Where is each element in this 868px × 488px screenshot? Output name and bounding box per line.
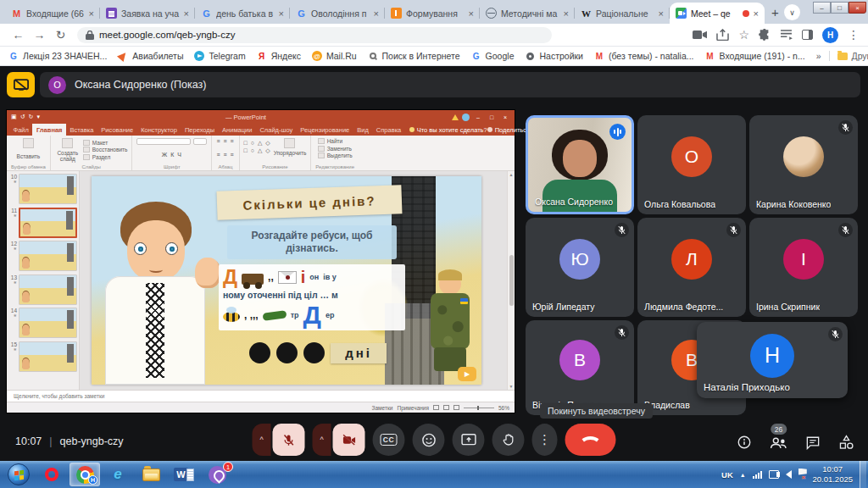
bookmark-gmail-inbox[interactable]: MВходящие (191) - n... xyxy=(705,51,805,61)
side-panel-icon[interactable] xyxy=(802,30,813,40)
close-tab-icon[interactable]: × xyxy=(279,8,284,19)
tile-olha-kovalova[interactable]: О Ольга Ковальова xyxy=(637,115,746,214)
qat-caret-icon[interactable]: ▾ xyxy=(36,114,40,120)
scroll-down-icon[interactable]: ▼ xyxy=(509,384,514,389)
tab-google-search-1[interactable]: Gдень батька в× xyxy=(195,3,290,24)
tab-orange-app[interactable]: Формування× xyxy=(385,3,480,24)
taskbar-viber[interactable]: 1 xyxy=(202,463,232,486)
forward-icon[interactable]: → xyxy=(30,28,49,42)
slide-thumbnail-13[interactable]: 13★ xyxy=(8,274,77,305)
new-slide-icon[interactable] xyxy=(62,138,73,148)
raise-hand-button[interactable] xyxy=(492,424,525,456)
tab-meet-active[interactable]: Meet – qe× xyxy=(670,3,765,24)
tile-oksana-sydorenko[interactable]: Оксана Сидоренко xyxy=(526,115,634,214)
tile-iryna-skrypnyk[interactable]: І Ірина Скрипник xyxy=(749,218,858,317)
ribbon-tab-slideshow[interactable]: Слайд-шоу xyxy=(256,124,297,136)
paste-icon[interactable] xyxy=(23,138,34,148)
back-icon[interactable]: ← xyxy=(8,28,28,42)
camera-options-chevron[interactable]: ^ xyxy=(313,424,331,456)
ribbon-tab-home[interactable]: Главная xyxy=(32,124,66,136)
maximize-button[interactable]: □ xyxy=(831,2,849,14)
taskbar-opera[interactable] xyxy=(36,463,67,486)
bookmark-telegram[interactable]: Telegram xyxy=(194,51,245,61)
taskbar-file-explorer[interactable] xyxy=(136,463,166,486)
notes-toggle[interactable]: Заметки xyxy=(372,405,393,411)
taskbar-chrome-active[interactable]: H xyxy=(70,463,100,486)
language-indicator[interactable]: UK xyxy=(721,470,733,480)
close-tab-icon[interactable]: × xyxy=(469,8,474,19)
normal-view-icon[interactable] xyxy=(433,405,439,410)
start-button[interactable] xyxy=(3,463,34,486)
account-avatar[interactable] xyxy=(462,114,470,121)
bookmark-google[interactable]: GGoogle xyxy=(471,51,515,61)
tile-viktoriia-potseluie[interactable]: В Вікторія Поцелує... xyxy=(526,320,634,415)
omnibox[interactable]: meet.google.com/qeb-yngb-czy xyxy=(77,27,552,43)
bookmarks-overflow-icon[interactable]: » xyxy=(816,51,821,61)
bookmark-search[interactable]: Поиск в Интернете xyxy=(368,51,460,61)
tab-methodical[interactable]: Методичні ма× xyxy=(480,3,575,24)
meeting-details-button[interactable] xyxy=(737,435,752,450)
volume-icon[interactable] xyxy=(786,470,792,479)
other-bookmarks-button[interactable]: Другие закладки xyxy=(837,51,868,61)
close-tab-icon[interactable]: × xyxy=(564,8,569,19)
presentation-control-button[interactable] xyxy=(7,72,35,97)
new-tab-button[interactable]: + xyxy=(771,5,779,19)
zoom-slider[interactable] xyxy=(464,408,494,408)
more-options-button[interactable]: ⋮ xyxy=(532,424,558,456)
ribbon-tab-design[interactable]: Конструктор xyxy=(137,124,181,136)
ribbon-tab-transitions[interactable]: Переходы xyxy=(181,124,218,136)
scroll-up-icon[interactable]: ▲ xyxy=(509,172,514,177)
slide-scrollbar[interactable]: ▲ ▼ xyxy=(507,171,515,390)
bookmark-avia[interactable]: Авиабилеты xyxy=(118,51,183,61)
extensions-icon[interactable] xyxy=(759,29,771,41)
taskbar-clock[interactable]: 10:0720.01.2025 xyxy=(812,464,853,485)
font-format-buttons[interactable]: Ж К Ч xyxy=(162,152,182,158)
action-center-flag-icon[interactable]: × xyxy=(798,469,806,481)
reading-list-icon[interactable] xyxy=(780,30,793,40)
find-button[interactable]: Найти xyxy=(318,138,343,144)
undo-icon[interactable]: ↺ xyxy=(20,114,25,120)
close-tab-icon[interactable]: × xyxy=(184,8,189,19)
tab-search-chevron[interactable]: ∨ xyxy=(784,4,800,20)
list-buttons[interactable]: ≡ ≡ ≡ xyxy=(216,152,234,158)
participants-button[interactable]: 26 xyxy=(770,435,787,450)
tell-me-box[interactable]: Что вы хотите сделать? xyxy=(409,126,487,134)
signal-icon[interactable] xyxy=(753,471,762,479)
comments-toggle[interactable]: Примечания xyxy=(397,405,429,411)
reset-button[interactable]: Восстановить xyxy=(83,147,128,152)
close-tab-icon[interactable]: × xyxy=(754,8,759,19)
ppt-maximize-button[interactable]: □ xyxy=(487,114,497,120)
ppt-close-button[interactable]: × xyxy=(500,114,510,120)
section-button[interactable]: Раздел xyxy=(83,154,110,160)
tile-karyna-kokovenko[interactable]: Карина Коковенко xyxy=(749,115,858,214)
slide-thumbnail-12[interactable]: 12★ xyxy=(8,241,77,271)
taskbar-word[interactable]: W xyxy=(169,463,199,486)
tab-gmail[interactable]: MВходящие (66× xyxy=(5,3,100,24)
layout-button[interactable]: Макет xyxy=(83,140,108,146)
slide-thumbnail-11-selected[interactable]: 11★ xyxy=(8,208,77,238)
slide-thumbnail-14[interactable]: 14★ xyxy=(8,308,77,338)
close-tab-icon[interactable]: × xyxy=(89,8,94,19)
reactions-button[interactable] xyxy=(413,424,445,456)
ribbon-tab-view[interactable]: Вид xyxy=(353,124,373,136)
save-icon[interactable]: ▣ xyxy=(11,114,17,120)
ribbon-tab-draw[interactable]: Рисование xyxy=(97,124,137,136)
bookmark-gmail-draft[interactable]: M(без темы) - natalia... xyxy=(594,51,694,61)
captions-button[interactable]: CC xyxy=(373,424,405,456)
chat-button[interactable] xyxy=(805,435,821,450)
redo-icon[interactable]: ↻ xyxy=(29,114,34,120)
tile-nataliia-prykhodko-overlay[interactable]: Н Наталія Приходько xyxy=(697,322,848,398)
taskbar-internet-explorer[interactable]: e xyxy=(103,463,133,486)
browser-menu-icon[interactable]: ⋮ xyxy=(848,28,860,42)
minimize-button[interactable]: – xyxy=(813,2,831,14)
profile-avatar[interactable]: H xyxy=(822,27,838,43)
shapes-gallery[interactable]: □ ○ △ ◇ xyxy=(244,140,271,147)
camera-off-button[interactable] xyxy=(333,424,365,456)
bookmark-mailru[interactable]: @Mail.Ru xyxy=(312,51,357,61)
next-button[interactable]: ▶ xyxy=(458,367,476,381)
arrange-icon[interactable] xyxy=(284,138,295,148)
scrollbar-thumb[interactable] xyxy=(509,255,514,306)
ribbon-tab-help[interactable]: Справка xyxy=(372,124,404,136)
ribbon-tab-animations[interactable]: Анимации xyxy=(219,124,256,136)
close-window-button[interactable]: × xyxy=(849,2,866,14)
